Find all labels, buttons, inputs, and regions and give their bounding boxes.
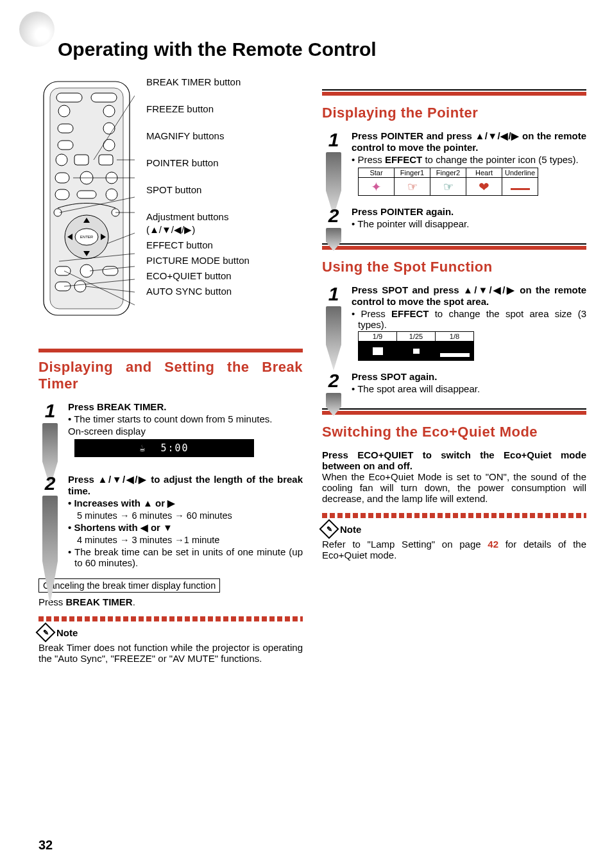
label-effect-button: EFFECT button [146, 239, 303, 251]
section-divider [38, 349, 303, 352]
page-title: Operating with the Remote Control [58, 39, 586, 60]
svg-point-18 [106, 189, 117, 200]
step1-bullet: The timer starts to count down from 5 mi… [68, 413, 303, 424]
svg-point-4 [58, 105, 70, 117]
svg-rect-13 [55, 173, 69, 183]
heading-spot: Using the Spot Function [322, 259, 586, 275]
note-icon: ✎ [35, 622, 55, 642]
step-number-2: 2 [322, 206, 345, 230]
svg-point-32 [74, 281, 86, 292]
dotted-divider [322, 513, 586, 518]
cup-icon [139, 442, 146, 454]
note-heading: ✎ Note [322, 522, 586, 536]
step2-lead: Press ▲/▼/◀/▶ to adjust the length of th… [68, 474, 303, 496]
cancel-instruction: Press BREAK TIMER. [38, 596, 303, 607]
pointer-step1-bullet: Press EFFECT to change the pointer icon … [352, 154, 586, 165]
label-picture-mode-button: PICTURE MODE button [146, 255, 303, 266]
spot-step2-bullet: The spot area will disappear. [352, 383, 586, 394]
heading-break-timer: Displaying and Setting the Break Timer [38, 359, 303, 392]
step-number-2: 2 [322, 371, 345, 395]
svg-rect-2 [56, 93, 82, 102]
pointer-step2-bullet: The pointer will disappear. [352, 218, 586, 229]
label-adjustment-buttons: Adjustment buttons [146, 211, 303, 223]
svg-point-5 [103, 105, 115, 117]
step2-increase: Increases with ▲ or ▶ [68, 498, 303, 509]
section-divider [322, 408, 586, 415]
label-eco-quiet-button: ECO+QUIET button [146, 270, 303, 282]
osd-label: On-screen display [68, 426, 303, 437]
finger2-icon: ☞ [430, 178, 466, 196]
label-adjustment-symbols: (▲/▼/◀/▶) [146, 224, 303, 236]
section-divider [322, 243, 586, 250]
page-number: 32 [38, 838, 53, 853]
heart-icon: ❤ [466, 178, 502, 196]
cancel-box: Canceling the break timer display functi… [38, 578, 220, 593]
label-auto-sync-button: AUTO SYNC button [146, 286, 303, 297]
step1-lead: Press BREAK TIMER. [68, 401, 303, 412]
eco-bullet: When the Eco+Quiet Mode is set to "ON", … [322, 471, 586, 504]
osd-time: 5:00 [160, 442, 189, 454]
pointer-step2-lead: Press POINTER again. [352, 206, 586, 217]
svg-rect-16 [55, 189, 69, 200]
heading-eco-quiet: Switching the Eco+Quiet Mode [322, 424, 586, 440]
step-number-1: 1 [38, 401, 62, 426]
svg-rect-6 [58, 124, 73, 133]
underline-icon [502, 178, 538, 196]
label-freeze-button: FREEZE button [146, 103, 303, 115]
heading-pointer: Displaying the Pointer [322, 105, 586, 121]
step2-bullet: The break time can be set in units of on… [68, 546, 303, 568]
label-pointer-button: POINTER button [146, 157, 303, 169]
pointer-step1-lead: Press POINTER and press ▲/▼/◀/▶ on the r… [352, 130, 586, 153]
step-number-1: 1 [322, 130, 345, 155]
eco-note-body: Refer to "Lamp Setting" on page 42 for d… [322, 539, 586, 560]
note-body: Break Timer does not function while the … [38, 642, 303, 664]
step2-decrease-seq: 4 minutes → 3 minutes →1 minute [68, 535, 303, 545]
label-magnify-buttons: MAGNIFY buttons [146, 130, 303, 142]
svg-rect-3 [91, 93, 117, 102]
svg-point-10 [56, 154, 67, 166]
svg-rect-17 [77, 191, 96, 198]
step-number-1: 1 [322, 284, 345, 309]
note-heading: ✎ Note [38, 625, 303, 639]
pointer-icons-table: Star Finger1 Finger2 Heart Underline ✦ ☞… [358, 168, 538, 196]
remote-diagram: ENTER [38, 76, 303, 323]
spot-step1-lead: Press SPOT and press ▲/▼/◀/▶ on the remo… [352, 284, 586, 307]
label-spot-button: SPOT button [146, 184, 303, 196]
svg-point-7 [103, 123, 115, 134]
step-number-2: 2 [38, 474, 62, 498]
svg-rect-12 [99, 155, 113, 165]
svg-rect-31 [55, 282, 71, 291]
svg-rect-11 [74, 155, 89, 165]
dotted-divider [38, 616, 303, 621]
svg-point-9 [103, 139, 115, 151]
svg-rect-28 [55, 266, 71, 275]
finger1-icon: ☞ [395, 178, 430, 196]
spot-step2-lead: Press SPOT again. [352, 371, 586, 382]
svg-rect-8 [58, 141, 73, 150]
svg-rect-30 [103, 266, 118, 275]
label-break-timer-button: BREAK TIMER button [146, 76, 303, 88]
spot-size-1-9-icon [359, 342, 397, 361]
step2-increase-seq: 5 minutes → 6 minutes → 60 minutes [68, 510, 303, 521]
section-divider [322, 89, 586, 96]
eco-lead: Press ECO+QUIET to switch the Eco+Quiet … [322, 449, 586, 471]
spot-size-1-8-icon [436, 342, 474, 361]
remote-control-illustration: ENTER [38, 76, 135, 320]
spot-step1-bullet: Press EFFECT to change the spot area siz… [352, 308, 586, 330]
star-icon: ✦ [359, 178, 395, 196]
spot-sizes-table: 1/9 1/25 1/8 [358, 331, 474, 361]
note-icon: ✎ [319, 519, 339, 539]
svg-text:ENTER: ENTER [80, 235, 94, 239]
spot-size-1-25-icon [397, 342, 436, 361]
decorative-corner-circle [19, 12, 55, 47]
on-screen-display: 5:00 [74, 439, 254, 457]
step2-decrease: Shortens with ◀ or ▼ [68, 522, 303, 534]
